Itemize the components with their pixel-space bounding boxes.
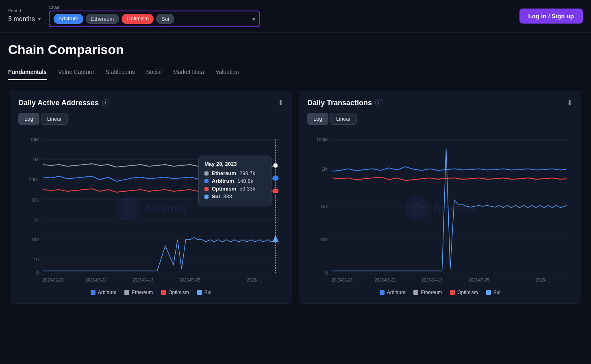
chart2-area: ⬡ Artemis 100M 1M 10k 100 0: [307, 131, 573, 286]
svg-rect-19: [273, 189, 278, 193]
chain-tag-optimism[interactable]: Optimism: [122, 14, 154, 24]
chart2-legend-optimism: Optimism: [450, 290, 478, 295]
legend-arbitrum: Arbitrum: [91, 290, 116, 295]
svg-text:100M: 100M: [317, 137, 328, 142]
svg-text:2023-02-28: 2023-02-28: [332, 278, 353, 282]
legend-dot-sui: [197, 290, 202, 295]
svg-rect-18: [273, 176, 278, 180]
chart2-info-icon[interactable]: i: [375, 99, 382, 106]
svg-text:100: 100: [31, 237, 39, 242]
svg-text:100: 100: [320, 237, 328, 242]
chart-daily-active-addresses: Daily Active Addresses i ⬇ Log Linear ⬡ …: [10, 90, 292, 304]
chain-label: Chain: [49, 5, 276, 10]
svg-text:2023-05-05: 2023-05-05: [469, 278, 490, 282]
chart1-scale-toggle: Log Linear: [18, 113, 284, 125]
chain-tag-ethereum[interactable]: Ethereum: [86, 14, 119, 24]
chain-dropdown-arrow-icon[interactable]: ▾: [252, 16, 255, 22]
chart2-log-button[interactable]: Log: [307, 113, 328, 125]
svg-text:2023-...: 2023-...: [536, 278, 550, 282]
chart1-info-icon[interactable]: i: [102, 99, 109, 106]
svg-text:10k: 10k: [320, 204, 328, 209]
chart2-legend-dot-sui: [486, 290, 491, 295]
chart1-area: ⬡ Artemis May 28, 2023 Ethereum 298.7k A…: [18, 131, 284, 286]
period-selector: Period 3 months ▾: [8, 8, 41, 24]
svg-text:2023-04-13: 2023-04-13: [422, 278, 443, 282]
charts-grid: Daily Active Addresses i ⬇ Log Linear ⬡ …: [0, 80, 591, 314]
chart2-title: Daily Transactions i: [307, 99, 382, 107]
tab-social[interactable]: Social: [146, 65, 162, 80]
chart2-linear-button[interactable]: Linear: [330, 113, 357, 125]
chart2-scale-toggle: Log Linear: [307, 113, 573, 125]
chart1-linear-button[interactable]: Linear: [41, 113, 68, 125]
chart1-legend: Arbitrum Ethereum Optimism Sui: [18, 290, 284, 295]
svg-text:1k: 1k: [34, 217, 39, 222]
svg-text:2023-...: 2023-...: [247, 278, 261, 282]
svg-text:100k: 100k: [29, 177, 39, 182]
chart2-legend-dot-ethereum: [413, 290, 418, 295]
period-value: 3 months: [8, 15, 35, 23]
legend-optimism: Optimism: [161, 290, 189, 295]
chain-tag-sui[interactable]: Sui: [156, 14, 174, 24]
svg-text:2023-05-05: 2023-05-05: [180, 278, 201, 282]
tab-valuation[interactable]: Valuation: [215, 65, 239, 80]
period-label: Period: [8, 8, 41, 13]
tab-fundamentals[interactable]: Fundamentals: [8, 65, 47, 80]
chain-tag-arbitrum[interactable]: Arbitrum: [54, 14, 83, 24]
page-title-section: Chain Comparison: [0, 32, 591, 57]
svg-text:2023-03-22: 2023-03-22: [375, 278, 396, 282]
svg-text:10M: 10M: [30, 137, 39, 142]
login-button[interactable]: Log in / Sign up: [519, 9, 583, 24]
chart2-legend-ethereum: Ethereum: [413, 290, 442, 295]
chart1-download-icon[interactable]: ⬇: [278, 98, 284, 107]
legend-dot-optimism: [161, 290, 166, 295]
chart1-title: Daily Active Addresses i: [18, 99, 109, 107]
svg-text:1M: 1M: [33, 157, 39, 162]
svg-marker-20: [273, 235, 278, 242]
legend-sui: Sui: [197, 290, 211, 295]
svg-text:2023-03-22: 2023-03-22: [86, 278, 107, 282]
svg-text:0: 0: [36, 271, 39, 275]
legend-ethereum: Ethereum: [124, 290, 153, 295]
svg-point-17: [274, 163, 278, 167]
chart1-header: Daily Active Addresses i ⬇: [18, 98, 284, 107]
chain-selector: Chain Arbitrum Ethereum Optimism Sui ▾: [49, 5, 276, 27]
chart1-svg: 10M 1M 100k 10k 1k 100 10 0: [18, 131, 284, 286]
chart1-log-button[interactable]: Log: [18, 113, 39, 125]
chart2-legend: Arbitrum Ethereum Optimism Sui: [307, 290, 573, 295]
chevron-down-icon: ▾: [38, 16, 41, 22]
header: Period 3 months ▾ Chain Arbitrum Ethereu…: [0, 0, 591, 32]
chart2-legend-dot-arbitrum: [380, 290, 385, 295]
svg-text:10k: 10k: [31, 197, 39, 202]
chart2-svg: 100M 1M 10k 100 0 2023-02-28 2023-03-22 …: [307, 131, 573, 286]
svg-text:1M: 1M: [322, 166, 328, 171]
legend-dot-arbitrum: [91, 290, 96, 295]
period-dropdown[interactable]: 3 months ▾: [8, 14, 41, 24]
tab-market-data[interactable]: Market Data: [173, 65, 204, 80]
tabs-bar: Fundamentals Value Capture Stablecoins S…: [0, 65, 591, 80]
chart2-legend-dot-optimism: [450, 290, 455, 295]
chart-daily-transactions: Daily Transactions i ⬇ Log Linear ⬡ Arte…: [299, 90, 581, 304]
tab-value-capture[interactable]: Value Capture: [58, 65, 94, 80]
tab-stablecoins[interactable]: Stablecoins: [105, 65, 135, 80]
chain-dropdown[interactable]: Arbitrum Ethereum Optimism Sui ▾: [49, 11, 260, 27]
chart2-download-icon[interactable]: ⬇: [567, 98, 573, 107]
chart2-legend-arbitrum: Arbitrum: [380, 290, 405, 295]
svg-text:10: 10: [34, 257, 39, 262]
legend-dot-ethereum: [124, 290, 129, 295]
page-title: Chain Comparison: [8, 42, 583, 57]
svg-text:2023-04-13: 2023-04-13: [133, 278, 154, 282]
chain-tags: Arbitrum Ethereum Optimism Sui: [54, 14, 249, 24]
svg-text:2023-02-28: 2023-02-28: [43, 278, 64, 282]
svg-text:0: 0: [325, 271, 328, 275]
chart2-header: Daily Transactions i ⬇: [307, 98, 573, 107]
chart2-legend-sui: Sui: [486, 290, 500, 295]
